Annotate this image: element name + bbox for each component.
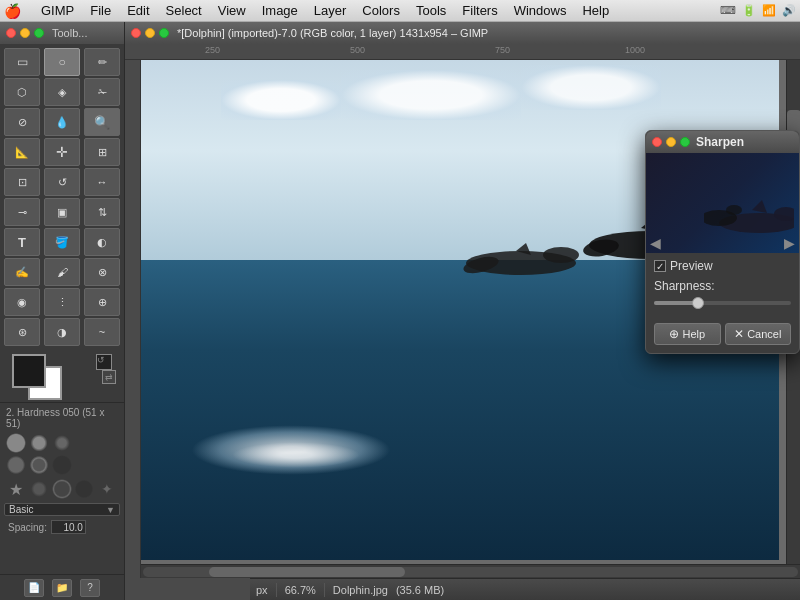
- open-file-btn[interactable]: 📁: [52, 579, 72, 597]
- help-button[interactable]: ⊕ Help: [654, 323, 721, 345]
- canvas-maximize-btn[interactable]: [159, 28, 169, 38]
- tool-free-select[interactable]: ✏: [84, 48, 120, 76]
- brush-preset-3[interactable]: [52, 433, 72, 453]
- menu-windows[interactable]: Windows: [506, 1, 575, 20]
- apple-menu[interactable]: 🍎: [4, 3, 21, 19]
- brush-preset-9[interactable]: [74, 455, 94, 475]
- preview-right-arrow[interactable]: ▶: [784, 235, 795, 251]
- sharpen-minimize-btn[interactable]: [666, 137, 676, 147]
- new-image-btn[interactable]: 📄: [24, 579, 44, 597]
- tool-measure[interactable]: 📐: [4, 138, 40, 166]
- basic-dropdown[interactable]: Basic ▼: [4, 503, 120, 516]
- tool-rotate[interactable]: ↺: [44, 168, 80, 196]
- tool-perspective[interactable]: ▣: [44, 198, 80, 226]
- tool-clone[interactable]: ⊕: [84, 288, 120, 316]
- menu-view[interactable]: View: [210, 1, 254, 20]
- tool-flip[interactable]: ⇅: [84, 198, 120, 226]
- tool-by-color[interactable]: ◈: [44, 78, 80, 106]
- menu-colors[interactable]: Colors: [354, 1, 408, 20]
- tool-shear[interactable]: ⊸: [4, 198, 40, 226]
- sharpness-slider[interactable]: [654, 301, 791, 305]
- swap-colors[interactable]: ⇄: [102, 370, 116, 384]
- tool-eraser[interactable]: ⊗: [84, 258, 120, 286]
- menu-tools[interactable]: Tools: [408, 1, 454, 20]
- tool-crop[interactable]: ⊡: [4, 168, 40, 196]
- menu-gimp[interactable]: GIMP: [33, 1, 82, 20]
- brush-preset-5[interactable]: [97, 433, 117, 453]
- tool-color-picker[interactable]: 💧: [44, 108, 80, 136]
- help-btn-label: Help: [682, 328, 705, 340]
- canvas-close-btn[interactable]: [131, 28, 141, 38]
- tool-align[interactable]: ⊞: [84, 138, 120, 166]
- minimize-button[interactable]: [20, 28, 30, 38]
- hardness-label: 2. Hardness 050 (51 x 51): [4, 405, 120, 431]
- brush-preset-8[interactable]: [52, 455, 72, 475]
- brush-preset-6[interactable]: [6, 455, 26, 475]
- maximize-button[interactable]: [34, 28, 44, 38]
- tool-dodge[interactable]: ◑: [44, 318, 80, 346]
- cancel-button[interactable]: ✕ Cancel: [725, 323, 792, 345]
- tool-pencil[interactable]: ✍: [4, 258, 40, 286]
- close-button[interactable]: [6, 28, 16, 38]
- color-swatches: ↺ ⇄: [0, 348, 124, 402]
- horizontal-scrollbar[interactable]: [141, 564, 800, 578]
- tool-heal[interactable]: ⊛: [4, 318, 40, 346]
- tool-fuzzy-select[interactable]: ⬡: [4, 78, 40, 106]
- spacing-input[interactable]: [51, 520, 86, 534]
- menu-select[interactable]: Select: [158, 1, 210, 20]
- menu-file[interactable]: File: [82, 1, 119, 20]
- cancel-btn-label: Cancel: [747, 328, 781, 340]
- ruler-vertical: [125, 60, 141, 578]
- brush-small[interactable]: [29, 479, 49, 499]
- brush-large[interactable]: [74, 479, 94, 499]
- tool-smudge[interactable]: ~: [84, 318, 120, 346]
- tool-airbrush[interactable]: ◉: [4, 288, 40, 316]
- preview-dolphin-svg: [704, 188, 794, 238]
- tool-move[interactable]: ✛: [44, 138, 80, 166]
- sharpen-close-btn[interactable]: [652, 137, 662, 147]
- brush-scatter[interactable]: ✦: [97, 479, 117, 499]
- tool-paintbrush[interactable]: 🖌: [44, 258, 80, 286]
- foreground-color[interactable]: [12, 354, 46, 388]
- tools-grid: ▭ ○ ✏ ⬡ ◈ ✁ ⊘ 💧 🔍 📐 ✛ ⊞ ⊡ ↺ ↔ ⊸ ▣ ⇅ T 🪣 …: [0, 44, 124, 348]
- dolphin-1: [461, 225, 581, 280]
- reset-colors[interactable]: ↺: [96, 354, 112, 370]
- cancel-icon: ✕: [734, 327, 744, 341]
- tool-blend[interactable]: ◐: [84, 228, 120, 256]
- slider-thumb[interactable]: [692, 297, 704, 309]
- tool-rect-select[interactable]: ▭: [4, 48, 40, 76]
- tool-zoom[interactable]: 🔍: [84, 108, 120, 136]
- tool-paths[interactable]: ⊘: [4, 108, 40, 136]
- svg-point-15: [726, 205, 742, 215]
- preview-left-arrow[interactable]: ◀: [650, 235, 661, 251]
- scrollbar-h-thumb[interactable]: [209, 567, 406, 577]
- sharpen-maximize-btn[interactable]: [680, 137, 690, 147]
- menu-edit[interactable]: Edit: [119, 1, 157, 20]
- brush-med[interactable]: [52, 479, 72, 499]
- tool-bucket-fill[interactable]: 🪣: [44, 228, 80, 256]
- menu-layer[interactable]: Layer: [306, 1, 355, 20]
- brush-preset-4[interactable]: [74, 433, 94, 453]
- cloud-2: [341, 70, 521, 120]
- menu-filters[interactable]: Filters: [454, 1, 505, 20]
- tool-ink[interactable]: ⋮: [44, 288, 80, 316]
- canvas-minimize-btn[interactable]: [145, 28, 155, 38]
- brush-preset-10[interactable]: [97, 455, 117, 475]
- basic-dropdown-arrow: ▼: [106, 505, 115, 515]
- tool-scissors[interactable]: ✁: [84, 78, 120, 106]
- tool-text[interactable]: T: [4, 228, 40, 256]
- ruler-tick-500: 500: [350, 45, 365, 55]
- brush-star[interactable]: ★: [6, 479, 26, 499]
- tool-ellipse-select[interactable]: ○: [44, 48, 80, 76]
- menu-help[interactable]: Help: [574, 1, 617, 20]
- menu-image[interactable]: Image: [254, 1, 306, 20]
- tool-scale[interactable]: ↔: [84, 168, 120, 196]
- brush-preset-1[interactable]: [6, 433, 26, 453]
- help-btn[interactable]: ?: [80, 579, 100, 597]
- spacing-label: Spacing:: [8, 522, 47, 533]
- preview-checkbox[interactable]: ✓: [654, 260, 666, 272]
- brush-preset-7[interactable]: [29, 455, 49, 475]
- brush-preset-2[interactable]: [29, 433, 49, 453]
- svg-point-1: [543, 247, 579, 263]
- brush-presets: [4, 431, 120, 477]
